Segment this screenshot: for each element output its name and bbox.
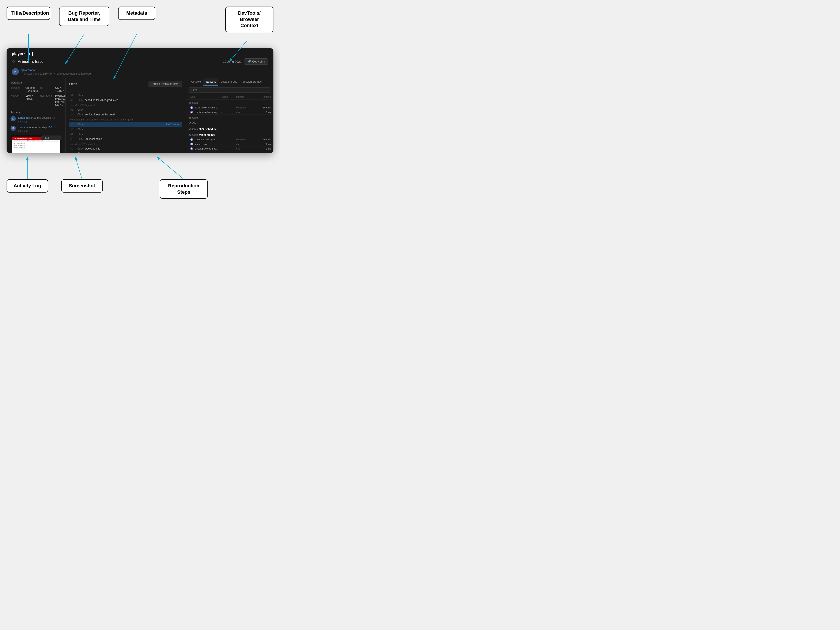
app-window: playerzero ☆ Animesh's Issue 10 June 202…	[6, 48, 273, 153]
logo-cursor	[32, 52, 33, 56]
steps-title: Steps	[69, 82, 77, 86]
user-meta: Thursday, June 9, 8:35 PM • commencement…	[21, 72, 91, 75]
url-path-2: /events/alumni-association-events/2022-s…	[69, 118, 182, 121]
filter-input[interactable]	[189, 87, 271, 93]
net-name-2: caret-down-black.svg	[195, 111, 219, 113]
network-row-1[interactable]: 📄 2022-senior-dinner-quad - navigation 3…	[186, 106, 273, 110]
activity-item-2: K koratana reported at step #30. 16 hour…	[11, 126, 62, 133]
step-8-num: #8	[70, 138, 76, 140]
thumb-nav-sep2: |	[26, 140, 27, 142]
activity-user-1[interactable]: koratana	[17, 116, 28, 119]
step-4[interactable]: #4 Click senior dinner on the quad	[69, 112, 182, 117]
thumb-nav-schedule: Weekend Arts	[27, 140, 36, 142]
popup-action: Click	[44, 137, 49, 139]
metadata-title: Metadata	[11, 81, 62, 84]
activity-text-2: koratana reported at step #30. 16 hours …	[17, 126, 62, 133]
thumb-nav-link2: Livestream	[19, 140, 25, 142]
step-9[interactable]: #9 Click weekend info	[69, 146, 182, 151]
useragent-value: Mozilla/5.0 (Macintosh; Intel Mac OS X..…	[55, 94, 66, 107]
url-path-3: /schedule-2022-graduates	[69, 143, 182, 145]
useragent-label: useragent	[40, 94, 54, 107]
step-7[interactable]: #7 Click	[69, 132, 182, 137]
activity-text-1: koratana started this session. 17 hours …	[17, 116, 62, 123]
network-row-3[interactable]: 📄 schedule-2022-graduates - navigation 3…	[186, 137, 273, 142]
step-2[interactable]: #2 Click schedule for 2022 graduates	[69, 98, 182, 102]
thumb-content: For 2002 Graduates For 2021 Graduates Fo…	[12, 142, 60, 150]
step-10[interactable]: #10 Click	[69, 151, 182, 153]
step-10-action: Click	[77, 152, 83, 153]
col-duration-header: Duration	[256, 96, 271, 98]
issue-domain: commencement.stanford.edu	[57, 72, 90, 75]
click-popup: Click #5	[41, 135, 62, 140]
launch-simulator-button[interactable]: Launch Simulator (beta)	[148, 81, 182, 87]
avatar: K	[12, 68, 19, 75]
url-path-root: /	[69, 90, 182, 92]
step-3[interactable]: #3 Click	[69, 107, 182, 112]
useragent-row: useragent Mozilla/5.0 (Macintosh; Intel …	[40, 94, 66, 107]
net-name-4: image.aspx	[195, 143, 219, 145]
annotation-reproduction: ReproductionSteps	[160, 179, 208, 199]
step-5[interactable]: #5 Click DevTools →	[69, 122, 182, 127]
activity-step-link[interactable]: #30.	[47, 126, 52, 129]
activity-action-2: reported at step	[28, 126, 47, 129]
thumb-item-1: For 2002 Graduates	[14, 143, 58, 145]
screenshot-thumbnail[interactable]: Stanford|Commencement Home | Livestream …	[11, 135, 62, 153]
net-status-2: -	[221, 111, 235, 113]
step-1-action: Click	[77, 94, 83, 97]
metadata-grid: browser Chrome 102.0.5005 os OS X 10.15.…	[11, 87, 62, 107]
username[interactable]: @koratana	[21, 68, 91, 72]
devtools-filter	[186, 86, 273, 94]
net-name-5: CircularXXWeb-Book-cd7d2bcec...	[195, 147, 219, 150]
network-group-9: #9 Click weekend info	[186, 132, 273, 137]
network-row-4[interactable]: 🖼 image.aspx - img 79 ms	[186, 142, 273, 146]
tab-network[interactable]: Network	[204, 78, 218, 86]
step-5-num: #5	[70, 123, 76, 126]
network-group-7: #7 Click	[186, 120, 273, 126]
browser-label: browser	[11, 87, 24, 93]
step-1-num: #1	[70, 94, 76, 97]
step-5-devtools[interactable]: DevTools →	[164, 123, 181, 126]
step-2-num: #2	[70, 99, 76, 101]
step-4-target: senior dinner on the quad	[85, 113, 115, 116]
issue-date: 10 June 2022	[223, 60, 242, 63]
network-row-5[interactable]: ◆ CircularXXWeb-Book-cd7d2bcec... - css …	[186, 146, 273, 151]
col-name-header: Name	[189, 96, 219, 98]
tab-local-storage[interactable]: Local Storage	[218, 78, 240, 86]
step-4-num: #4	[70, 113, 76, 116]
net-icon-img-1: 🖼	[190, 143, 193, 145]
step-3-num: #3	[70, 109, 76, 111]
net-status-1: -	[221, 106, 235, 109]
viewport-value: 1507 × 768px	[25, 94, 38, 107]
net-status-3: -	[221, 138, 235, 141]
dot-separator: •	[54, 72, 55, 75]
steps-panel: Steps Launch Simulator (beta) / #1 Click…	[66, 78, 186, 153]
viewport-row: viewport 1507 × 768px	[11, 94, 38, 107]
net-icon-css-1: ◆	[190, 111, 193, 113]
step-8-action: Click	[77, 137, 83, 140]
network-group-6: #6 Click	[186, 115, 273, 120]
step-8[interactable]: #8 Click 2022 schedule	[69, 137, 182, 142]
browser-row: browser Chrome 102.0.5005	[11, 87, 38, 93]
step-2-target: schedule for 2022 graduates	[85, 99, 118, 102]
net-initiator-2: css	[236, 111, 254, 113]
user-info: @koratana Thursday, June 9, 8:35 PM • co…	[21, 68, 91, 75]
os-value: OS X 10.15.7	[55, 87, 66, 93]
copy-link-button[interactable]: 🔗 Copy Link	[244, 58, 268, 65]
step-1[interactable]: #1 Click	[69, 93, 182, 98]
thumb-item-3: For 2000 Graduates	[14, 146, 58, 149]
star-icon[interactable]: ☆	[12, 59, 15, 64]
tab-console[interactable]: Console	[189, 78, 204, 86]
issue-title: Animesh's Issue	[18, 60, 220, 64]
issue-header: ☆ Animesh's Issue 10 June 2022 🔗 Copy Li…	[6, 56, 273, 67]
col-initiator-header: Initiator	[236, 96, 254, 98]
network-row-2[interactable]: ◆ caret-down-black.svg - css 3 ms	[186, 110, 273, 115]
tab-session-storage[interactable]: Session Storage	[240, 78, 264, 86]
app-logo: playerzero	[12, 52, 33, 56]
step-9-num: #9	[70, 147, 76, 150]
activity-user-2[interactable]: koratana	[17, 126, 28, 129]
step-6[interactable]: #6 Click	[69, 127, 182, 132]
viewport-label: viewport	[11, 94, 24, 107]
step-8-target: 2022 schedule	[85, 137, 102, 140]
annotation-devtools: DevTools/BrowserContext	[225, 6, 273, 32]
issue-timestamp: Thursday, June 9, 8:35 PM	[21, 72, 52, 75]
